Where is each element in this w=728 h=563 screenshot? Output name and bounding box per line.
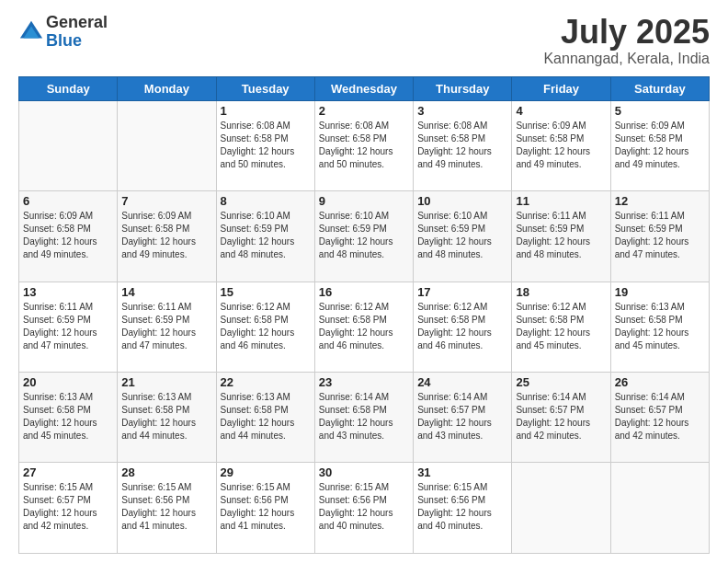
table-row — [118, 100, 216, 190]
table-row: 1Sunrise: 6:08 AM Sunset: 6:58 PM Daylig… — [216, 100, 314, 190]
day-number: 12 — [615, 194, 705, 208]
day-number: 10 — [417, 194, 507, 208]
col-sunday: Sunday — [19, 76, 118, 100]
page: General Blue July 2025 Kannangad, Kerala… — [0, 0, 728, 563]
day-info: Sunrise: 6:13 AM Sunset: 6:58 PM Dayligh… — [615, 301, 705, 352]
day-info: Sunrise: 6:15 AM Sunset: 6:56 PM Dayligh… — [221, 481, 311, 533]
calendar-week-row: 20Sunrise: 6:13 AM Sunset: 6:58 PM Dayli… — [19, 373, 710, 463]
table-row: 11Sunrise: 6:11 AM Sunset: 6:59 PM Dayli… — [512, 191, 610, 282]
table-row: 28Sunrise: 6:15 AM Sunset: 6:56 PM Dayli… — [118, 463, 216, 554]
table-row: 10Sunrise: 6:10 AM Sunset: 6:59 PM Dayli… — [414, 191, 512, 282]
table-row: 14Sunrise: 6:11 AM Sunset: 6:59 PM Dayli… — [118, 282, 216, 372]
calendar-week-row: 27Sunrise: 6:15 AM Sunset: 6:57 PM Dayli… — [19, 463, 710, 554]
calendar-week-row: 1Sunrise: 6:08 AM Sunset: 6:58 PM Daylig… — [19, 100, 710, 190]
table-row: 21Sunrise: 6:13 AM Sunset: 6:58 PM Dayli… — [118, 373, 216, 463]
table-row: 13Sunrise: 6:11 AM Sunset: 6:59 PM Dayli… — [19, 282, 118, 372]
day-info: Sunrise: 6:14 AM Sunset: 6:58 PM Dayligh… — [319, 391, 409, 442]
day-info: Sunrise: 6:12 AM Sunset: 6:58 PM Dayligh… — [417, 301, 507, 352]
day-number: 22 — [221, 375, 311, 389]
day-number: 13 — [23, 285, 113, 299]
col-thursday: Thursday — [414, 76, 512, 100]
table-row: 31Sunrise: 6:15 AM Sunset: 6:56 PM Dayli… — [414, 463, 512, 554]
day-number: 29 — [221, 465, 311, 479]
day-number: 30 — [319, 465, 409, 479]
day-info: Sunrise: 6:13 AM Sunset: 6:58 PM Dayligh… — [221, 391, 311, 442]
day-number: 21 — [121, 375, 211, 389]
day-info: Sunrise: 6:13 AM Sunset: 6:58 PM Dayligh… — [23, 391, 113, 442]
day-info: Sunrise: 6:14 AM Sunset: 6:57 PM Dayligh… — [516, 391, 606, 442]
table-row: 27Sunrise: 6:15 AM Sunset: 6:57 PM Dayli… — [19, 463, 118, 554]
day-info: Sunrise: 6:08 AM Sunset: 6:58 PM Dayligh… — [221, 120, 311, 171]
logo-text: General Blue — [46, 14, 108, 51]
calendar-table: Sunday Monday Tuesday Wednesday Thursday… — [18, 76, 710, 554]
table-row: 30Sunrise: 6:15 AM Sunset: 6:56 PM Dayli… — [314, 463, 413, 554]
day-info: Sunrise: 6:13 AM Sunset: 6:58 PM Dayligh… — [121, 391, 211, 442]
day-number: 6 — [23, 194, 113, 208]
day-number: 25 — [516, 375, 606, 389]
day-number: 28 — [121, 465, 211, 479]
day-info: Sunrise: 6:14 AM Sunset: 6:57 PM Dayligh… — [417, 391, 507, 442]
day-info: Sunrise: 6:09 AM Sunset: 6:58 PM Dayligh… — [516, 120, 606, 171]
day-info: Sunrise: 6:14 AM Sunset: 6:57 PM Dayligh… — [615, 391, 705, 442]
logo: General Blue — [18, 14, 108, 51]
table-row: 20Sunrise: 6:13 AM Sunset: 6:58 PM Dayli… — [19, 373, 118, 463]
day-info: Sunrise: 6:09 AM Sunset: 6:58 PM Dayligh… — [121, 210, 211, 261]
day-info: Sunrise: 6:10 AM Sunset: 6:59 PM Dayligh… — [417, 210, 507, 261]
table-row: 4Sunrise: 6:09 AM Sunset: 6:58 PM Daylig… — [512, 100, 610, 190]
day-number: 19 — [615, 285, 705, 299]
col-saturday: Saturday — [610, 76, 709, 100]
day-info: Sunrise: 6:12 AM Sunset: 6:58 PM Dayligh… — [319, 301, 409, 352]
day-info: Sunrise: 6:08 AM Sunset: 6:58 PM Dayligh… — [417, 120, 507, 171]
title-location: Kannangad, Kerala, India — [543, 51, 710, 67]
day-info: Sunrise: 6:10 AM Sunset: 6:59 PM Dayligh… — [221, 210, 311, 261]
day-info: Sunrise: 6:15 AM Sunset: 6:56 PM Dayligh… — [319, 481, 409, 533]
table-row: 26Sunrise: 6:14 AM Sunset: 6:57 PM Dayli… — [610, 373, 709, 463]
table-row: 7Sunrise: 6:09 AM Sunset: 6:58 PM Daylig… — [118, 191, 216, 282]
table-row: 29Sunrise: 6:15 AM Sunset: 6:56 PM Dayli… — [216, 463, 314, 554]
day-number: 31 — [417, 465, 507, 479]
table-row: 5Sunrise: 6:09 AM Sunset: 6:58 PM Daylig… — [610, 100, 709, 190]
day-info: Sunrise: 6:12 AM Sunset: 6:58 PM Dayligh… — [221, 301, 311, 352]
day-number: 18 — [516, 285, 606, 299]
logo-icon — [18, 19, 44, 45]
table-row: 9Sunrise: 6:10 AM Sunset: 6:59 PM Daylig… — [314, 191, 413, 282]
day-number: 11 — [516, 194, 606, 208]
col-friday: Friday — [512, 76, 610, 100]
day-number: 23 — [319, 375, 409, 389]
day-number: 17 — [417, 285, 507, 299]
day-number: 16 — [319, 285, 409, 299]
day-info: Sunrise: 6:15 AM Sunset: 6:56 PM Dayligh… — [121, 481, 211, 533]
table-row: 3Sunrise: 6:08 AM Sunset: 6:58 PM Daylig… — [414, 100, 512, 190]
day-number: 5 — [615, 104, 705, 118]
logo-blue-text: Blue — [46, 32, 108, 51]
col-monday: Monday — [118, 76, 216, 100]
day-number: 2 — [319, 104, 409, 118]
logo-general-text: General — [46, 14, 108, 32]
day-info: Sunrise: 6:09 AM Sunset: 6:58 PM Dayligh… — [615, 120, 705, 171]
day-info: Sunrise: 6:11 AM Sunset: 6:59 PM Dayligh… — [516, 210, 606, 261]
day-number: 8 — [221, 194, 311, 208]
day-info: Sunrise: 6:12 AM Sunset: 6:58 PM Dayligh… — [516, 301, 606, 352]
table-row — [512, 463, 610, 554]
day-info: Sunrise: 6:09 AM Sunset: 6:58 PM Dayligh… — [23, 210, 113, 261]
table-row: 2Sunrise: 6:08 AM Sunset: 6:58 PM Daylig… — [314, 100, 413, 190]
day-number: 26 — [615, 375, 705, 389]
table-row: 6Sunrise: 6:09 AM Sunset: 6:58 PM Daylig… — [19, 191, 118, 282]
day-info: Sunrise: 6:11 AM Sunset: 6:59 PM Dayligh… — [23, 301, 113, 352]
day-info: Sunrise: 6:11 AM Sunset: 6:59 PM Dayligh… — [615, 210, 705, 261]
day-number: 7 — [121, 194, 211, 208]
day-number: 4 — [516, 104, 606, 118]
header: General Blue July 2025 Kannangad, Kerala… — [18, 14, 710, 67]
table-row: 19Sunrise: 6:13 AM Sunset: 6:58 PM Dayli… — [610, 282, 709, 372]
table-row: 17Sunrise: 6:12 AM Sunset: 6:58 PM Dayli… — [414, 282, 512, 372]
day-number: 1 — [221, 104, 311, 118]
table-row: 22Sunrise: 6:13 AM Sunset: 6:58 PM Dayli… — [216, 373, 314, 463]
table-row — [19, 100, 118, 190]
title-block: July 2025 Kannangad, Kerala, India — [543, 14, 710, 67]
col-wednesday: Wednesday — [314, 76, 413, 100]
day-info: Sunrise: 6:08 AM Sunset: 6:58 PM Dayligh… — [319, 120, 409, 171]
day-number: 24 — [417, 375, 507, 389]
calendar-week-row: 13Sunrise: 6:11 AM Sunset: 6:59 PM Dayli… — [19, 282, 710, 372]
col-tuesday: Tuesday — [216, 76, 314, 100]
table-row: 18Sunrise: 6:12 AM Sunset: 6:58 PM Dayli… — [512, 282, 610, 372]
